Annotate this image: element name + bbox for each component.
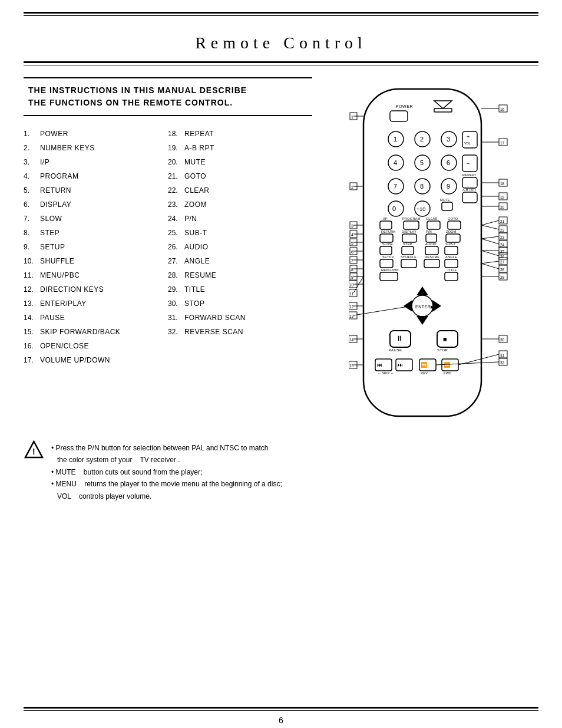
svg-text:⏮: ⏮	[377, 362, 382, 368]
item-number: 17.	[24, 356, 40, 364]
item-number: 26.	[168, 243, 184, 251]
list-item: 7.SLOW	[24, 212, 168, 226]
item-number: 8.	[24, 229, 40, 237]
svg-rect-69	[445, 259, 458, 268]
svg-line-133	[353, 306, 412, 315]
svg-text:16: 16	[500, 107, 505, 111]
svg-text:⏪: ⏪	[421, 361, 428, 368]
svg-text:10: 10	[349, 283, 354, 287]
item-label: VOLUME UP/DOWN	[40, 356, 110, 364]
list-item: 25.SUB-T	[168, 226, 312, 240]
instructions-line2: THE FUNCTIONS ON THE REMOTE CONTROL.	[28, 97, 312, 109]
list-item: 8.STEP	[24, 226, 168, 240]
list-item: 22.CLEAR	[168, 183, 312, 197]
svg-text:SHUFFLE: SHUFFLE	[401, 255, 416, 259]
svg-rect-83	[437, 331, 458, 347]
page: Remote Control THE INSTRUCTIONS IN THIS …	[0, 12, 562, 728]
svg-text:9: 9	[351, 275, 353, 279]
svg-text:-- SKIP --: -- SKIP --	[378, 371, 394, 375]
svg-text:19: 19	[500, 195, 505, 199]
item-label: AUDIO	[184, 243, 209, 251]
list-item: 30.STOP	[168, 297, 312, 311]
svg-text:A-B RPT: A-B RPT	[462, 188, 477, 192]
list-item: 12.DIRECTION KEYS	[24, 282, 168, 297]
svg-text:8: 8	[420, 183, 424, 190]
item-number: 10.	[24, 257, 40, 265]
item-number: 16.	[24, 342, 40, 350]
svg-text:4: 4	[351, 233, 353, 237]
svg-text:STOP: STOP	[437, 348, 448, 352]
svg-rect-23	[462, 177, 477, 188]
item-number: 19.	[168, 144, 184, 152]
svg-rect-11	[462, 131, 477, 148]
svg-text:+: +	[467, 134, 470, 140]
list-item: 20.MUTE	[168, 155, 312, 169]
item-number: 18.	[168, 130, 184, 138]
svg-text:!: !	[32, 447, 35, 456]
svg-text:2: 2	[420, 136, 424, 143]
item-number: 24.	[168, 215, 184, 223]
svg-text:2: 2	[351, 185, 353, 189]
svg-line-160	[481, 225, 499, 229]
svg-text:3: 3	[351, 224, 353, 228]
svg-text:11: 11	[349, 292, 354, 296]
svg-rect-45	[448, 221, 461, 229]
svg-text:REV: REV	[421, 371, 428, 375]
svg-text:20: 20	[500, 205, 505, 209]
items-right-col: 18.REPEAT19.A-B RPT20.MUTE21.GOTO22.CLEA…	[168, 127, 312, 367]
items-left-col: 1.POWER2.NUMBER KEYS3.I/P4.PROGRAM5.RETU…	[24, 127, 168, 367]
list-item: 16.OPEN/CLOSE	[24, 339, 168, 353]
svg-rect-63	[380, 259, 393, 268]
item-label: POWER	[40, 130, 68, 138]
svg-rect-55	[380, 246, 392, 255]
svg-text:RESUME: RESUME	[425, 255, 439, 259]
item-label: ENTER/PLAY	[40, 299, 87, 308]
item-label: SETUP	[40, 243, 65, 251]
list-item: 4.PROGRAM	[24, 169, 168, 183]
svg-text:0: 0	[392, 205, 396, 212]
page-number: 6	[24, 711, 538, 725]
svg-marker-74	[416, 286, 428, 295]
list-item: 23.ZOOM	[168, 197, 312, 212]
item-number: 3.	[24, 158, 40, 166]
list-item: 2.NUMBER KEYS	[24, 141, 168, 155]
svg-rect-73	[445, 272, 458, 281]
svg-line-157	[481, 220, 499, 225]
notes-line-4: • MENU returns the player to the movie m…	[51, 478, 282, 490]
svg-text:MUTE: MUTE	[440, 198, 450, 202]
svg-text:I/P: I/P	[383, 217, 388, 220]
item-number: 1.	[24, 130, 40, 138]
svg-text:7: 7	[394, 183, 397, 190]
svg-text:27: 27	[500, 260, 505, 264]
list-item: 10.SHUFFLE	[24, 254, 168, 268]
svg-text:P/N: P/N	[426, 230, 432, 233]
svg-text:MENU/PBC: MENU/PBC	[381, 268, 399, 272]
svg-text:AUDIO: AUDIO	[425, 242, 437, 246]
item-number: 5.	[24, 186, 40, 195]
instructions-box: THE INSTRUCTIONS IN THIS MANUAL DESCRIBE…	[24, 77, 312, 116]
list-item: 21.GOTO	[168, 169, 312, 183]
svg-text:3: 3	[447, 136, 450, 143]
item-label: P/N	[184, 215, 197, 223]
svg-marker-3	[434, 101, 452, 108]
svg-line-166	[481, 239, 499, 244]
item-number: 32.	[168, 328, 184, 336]
svg-line-172	[481, 251, 499, 256]
svg-line-127	[353, 276, 363, 293]
item-number: 20.	[168, 158, 184, 166]
svg-text:25: 25	[500, 249, 505, 253]
item-label: ZOOM	[184, 200, 207, 209]
notes-text-block: • Press the P/N button for selection bet…	[51, 442, 282, 502]
item-number: 14.	[24, 314, 40, 322]
item-label: STOP	[184, 299, 204, 308]
svg-text:REPEAT: REPEAT	[462, 173, 477, 177]
item-number: 21.	[168, 172, 184, 180]
item-label: REPEAT	[184, 130, 214, 138]
item-label: A-B RPT	[184, 144, 214, 152]
item-number: 2.	[24, 144, 40, 152]
list-item: 3.I/P	[24, 155, 168, 169]
item-number: 23.	[168, 200, 184, 209]
svg-text:RETURN: RETURN	[381, 230, 396, 233]
svg-rect-31	[462, 192, 477, 203]
svg-text:SETUP: SETUP	[382, 255, 394, 259]
